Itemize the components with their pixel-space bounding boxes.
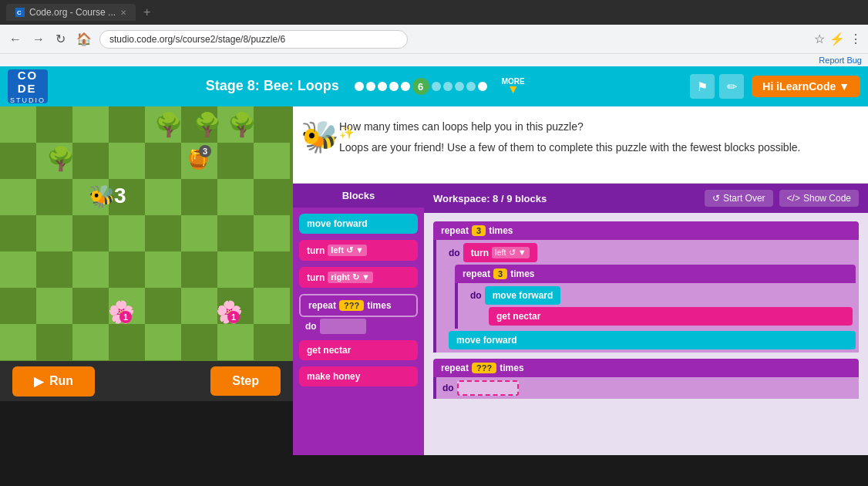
svg-rect-58: [254, 324, 290, 360]
move-forward-label: move forward: [307, 218, 368, 229]
svg-rect-47: [145, 288, 181, 324]
repeat-block[interactable]: repeat ??? times: [299, 294, 418, 317]
turn-left-dropdown[interactable]: left ↺ ▼: [328, 245, 367, 256]
svg-rect-39: [145, 251, 181, 288]
repeat3-header[interactable]: repeat ??? times: [433, 359, 859, 377]
progress-dot-1: [355, 82, 364, 91]
svg-rect-30: [109, 215, 145, 251]
home-button[interactable]: 🏠: [73, 30, 95, 48]
bee-character: 🐝✨: [301, 119, 355, 155]
svg-rect-23: [145, 179, 181, 215]
svg-rect-50: [254, 288, 290, 324]
new-tab-button[interactable]: +: [143, 5, 150, 19]
show-code-button[interactable]: </> Show Code: [779, 190, 859, 207]
move-forward-ws[interactable]: move forward: [485, 286, 561, 305]
progress-dot-2: [366, 82, 375, 91]
repeat3-qqq: ???: [472, 363, 496, 373]
svg-rect-44: [36, 288, 72, 324]
svg-rect-36: [36, 251, 72, 288]
workspace-area: Blocks move forward turn left ↺ ▼ turn r…: [293, 184, 868, 455]
tab-favicon: C: [15, 8, 25, 17]
tab-title: Code.org - Course ...: [29, 7, 116, 18]
forward-button[interactable]: →: [29, 31, 48, 48]
repeat-do-input[interactable]: [320, 319, 366, 334]
repeat3-do-input[interactable]: [457, 380, 519, 396]
user-menu-button[interactable]: Hi iLearnCode ▼: [752, 76, 860, 97]
svg-rect-20: [36, 179, 72, 215]
get-nectar-ws[interactable]: get nectar: [489, 307, 853, 326]
do2-label: do: [470, 290, 482, 301]
user-label: Hi iLearnCode ▼: [762, 80, 849, 93]
repeat1-header[interactable]: repeat 3 times: [433, 221, 859, 240]
menu-icon[interactable]: ⋮: [849, 32, 862, 46]
tab-close-icon[interactable]: ✕: [120, 8, 126, 17]
svg-rect-37: [72, 251, 109, 288]
turn-right-block[interactable]: turn right ↻ ▼: [299, 267, 418, 288]
workspace-header: Workspace: 8 / 9 blocks ↺ Start Over </>…: [424, 184, 868, 213]
repeat-qqq-badge[interactable]: ???: [339, 300, 364, 311]
app-header: CODE STUDIO Stage 8: Bee: Loops 6 MORE ▼…: [0, 66, 868, 106]
svg-rect-28: [36, 215, 72, 251]
turn-left-ws-block[interactable]: turn left ↺ ▼: [463, 243, 537, 262]
code-blocks-container: repeat 3 times do turn: [433, 221, 859, 399]
address-bar[interactable]: studio.code.org/s/course2/stage/8/puzzle…: [99, 30, 408, 49]
report-bug-bar[interactable]: Report Bug: [0, 54, 868, 66]
start-over-button[interactable]: ↺ Start Over: [705, 190, 773, 207]
browser-tab-bar: C Code.org - Course ... ✕ +: [0, 0, 868, 25]
instructions-panel: 🐝✨ How many times can loops help you in …: [293, 106, 868, 184]
active-tab[interactable]: C Code.org - Course ... ✕: [6, 4, 136, 21]
workspace-info: Workspace: 8 / 9 blocks: [433, 193, 547, 204]
turn-left-block[interactable]: turn left ↺ ▼: [299, 240, 418, 261]
flag-button[interactable]: ⚑: [690, 74, 715, 99]
svg-rect-54: [109, 324, 145, 360]
svg-rect-24: [181, 179, 217, 215]
extensions-icon[interactable]: ⚡: [829, 32, 845, 46]
move-forward-block[interactable]: move forward: [299, 214, 418, 234]
svg-rect-13: [72, 143, 109, 179]
flower-count-1: 1: [119, 311, 132, 323]
turn-left-ws-dir[interactable]: left ↺ ▼: [492, 247, 530, 258]
tree-sprite-4: 🌳: [46, 145, 75, 172]
run-button[interactable]: ▶ ⚑ Run: [12, 366, 95, 397]
do1-row: do turn left ↺ ▼: [449, 243, 856, 262]
more-button[interactable]: MORE ▼: [502, 77, 525, 96]
refresh-button[interactable]: ↻: [52, 30, 69, 48]
coding-workspace: Workspace: 8 / 9 blocks ↺ Start Over </>…: [424, 184, 868, 455]
svg-rect-40: [181, 251, 217, 288]
code-logo: CODE STUDIO: [8, 69, 48, 103]
bee-count: 3: [114, 184, 126, 208]
repeat1-times: times: [489, 225, 513, 236]
progress-dot-4: [389, 82, 399, 91]
get-nectar-block[interactable]: get nectar: [299, 340, 418, 360]
logo-code: CODE: [18, 69, 39, 95]
progress-dot-current: 6: [412, 78, 429, 95]
repeat-times-label: times: [367, 300, 391, 311]
repeat1-label: repeat: [441, 225, 469, 236]
turn-left-ws-label: turn: [471, 248, 489, 258]
step-button[interactable]: Step: [210, 366, 281, 396]
show-code-label: Show Code: [803, 193, 851, 204]
make-honey-block[interactable]: make honey: [299, 366, 418, 386]
block-stack: repeat 3 times do turn: [433, 221, 859, 399]
repeat2-header[interactable]: repeat 3 times: [455, 265, 856, 283]
progress-dot-9: [455, 82, 464, 91]
svg-rect-5: [72, 106, 109, 143]
svg-rect-3: [0, 106, 36, 143]
back-button[interactable]: ←: [6, 31, 25, 48]
repeat2-times: times: [510, 268, 534, 279]
turn-right-dropdown[interactable]: right ↻ ▼: [328, 272, 372, 283]
progress-dot-5: [401, 82, 410, 91]
progress-dot-10: [466, 82, 476, 91]
repeat3-label: repeat: [441, 363, 469, 373]
move-forward2-ws[interactable]: move forward: [449, 331, 856, 349]
bookmark-icon[interactable]: ☆: [814, 32, 825, 46]
svg-text:C: C: [17, 9, 22, 16]
logo-studio: STUDIO: [10, 96, 45, 104]
pencil-button[interactable]: ✏: [719, 74, 744, 99]
svg-rect-15: [145, 143, 181, 179]
stage-title-text: Stage 8: Bee: Loops: [206, 78, 339, 93]
move-forward2-ws-label: move forward: [456, 335, 517, 346]
repeat-do-row: do: [299, 319, 418, 334]
svg-rect-38: [109, 251, 145, 288]
svg-rect-48: [181, 288, 217, 324]
